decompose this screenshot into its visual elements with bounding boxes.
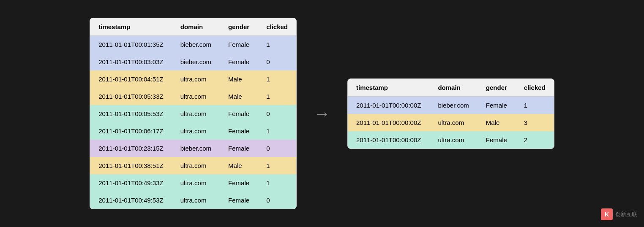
right-col-gender: gender xyxy=(478,79,516,97)
left-cell-clicked: 0 xyxy=(258,53,296,70)
left-cell-gender: Female xyxy=(220,140,258,157)
left-cell-clicked: 1 xyxy=(258,88,296,105)
left-cell-gender: Male xyxy=(220,70,258,88)
right-cell-domain: ultra.com xyxy=(429,131,477,149)
right-cell-clicked: 3 xyxy=(516,114,554,131)
right-table-header-row: timestamp domain gender clicked xyxy=(348,79,554,97)
right-table-wrapper: timestamp domain gender clicked 2011-01-… xyxy=(347,78,554,149)
left-col-timestamp: timestamp xyxy=(90,18,172,36)
left-cell-gender: Male xyxy=(220,88,258,105)
left-cell-timestamp: 2011-01-01T00:05:53Z xyxy=(90,105,172,122)
right-cell-gender: Female xyxy=(478,131,516,149)
left-cell-timestamp: 2011-01-01T00:49:53Z xyxy=(90,192,172,209)
right-cell-gender: Male xyxy=(478,114,516,131)
right-cell-timestamp: 2011-01-01T00:00:00Z xyxy=(348,114,429,131)
left-cell-domain: bieber.com xyxy=(172,53,220,70)
left-cell-domain: ultra.com xyxy=(172,70,220,88)
right-cell-timestamp: 2011-01-01T00:00:00Z xyxy=(348,96,429,114)
left-cell-timestamp: 2011-01-01T00:03:03Z xyxy=(90,53,172,70)
left-cell-domain: ultra.com xyxy=(172,157,220,174)
left-cell-clicked: 1 xyxy=(258,36,296,54)
right-cell-clicked: 2 xyxy=(516,131,554,149)
left-cell-gender: Male xyxy=(220,157,258,174)
right-col-clicked: clicked xyxy=(516,79,554,97)
watermark: K 创新互联 xyxy=(601,208,637,220)
left-table-row: 2011-01-01T00:38:51Zultra.comMale1 xyxy=(90,157,296,174)
left-cell-timestamp: 2011-01-01T00:06:17Z xyxy=(90,122,172,140)
left-table-row: 2011-01-01T00:03:03Zbieber.comFemale0 xyxy=(90,53,296,70)
left-cell-clicked: 1 xyxy=(258,174,296,192)
left-table-row: 2011-01-01T00:06:17Zultra.comFemale1 xyxy=(90,122,296,140)
right-col-domain: domain xyxy=(429,79,477,97)
left-cell-gender: Female xyxy=(220,53,258,70)
left-cell-clicked: 1 xyxy=(258,70,296,88)
left-cell-timestamp: 2011-01-01T00:38:51Z xyxy=(90,157,172,174)
left-cell-domain: ultra.com xyxy=(172,174,220,192)
left-cell-clicked: 0 xyxy=(258,192,296,209)
left-table-row: 2011-01-01T00:23:15Zbieber.comFemale0 xyxy=(90,140,296,157)
watermark-icon: K xyxy=(601,208,613,220)
right-table-row: 2011-01-01T00:00:00Zbieber.comFemale1 xyxy=(348,96,554,114)
main-container: timestamp domain gender clicked 2011-01-… xyxy=(90,18,554,209)
right-cell-domain: bieber.com xyxy=(429,96,477,114)
left-cell-clicked: 1 xyxy=(258,122,296,140)
right-table-row: 2011-01-01T00:00:00Zultra.comMale3 xyxy=(348,114,554,131)
left-table-row: 2011-01-01T00:04:51Zultra.comMale1 xyxy=(90,70,296,88)
left-table-wrapper: timestamp domain gender clicked 2011-01-… xyxy=(90,18,297,209)
left-cell-domain: ultra.com xyxy=(172,105,220,122)
left-cell-timestamp: 2011-01-01T00:04:51Z xyxy=(90,70,172,88)
right-cell-timestamp: 2011-01-01T00:00:00Z xyxy=(348,131,429,149)
right-table: timestamp domain gender clicked 2011-01-… xyxy=(348,79,554,149)
left-table-row: 2011-01-01T00:05:53Zultra.comFemale0 xyxy=(90,105,296,122)
left-cell-clicked: 0 xyxy=(258,105,296,122)
left-table: timestamp domain gender clicked 2011-01-… xyxy=(90,18,296,209)
left-cell-timestamp: 2011-01-01T00:49:33Z xyxy=(90,174,172,192)
left-cell-clicked: 0 xyxy=(258,140,296,157)
left-cell-timestamp: 2011-01-01T00:05:33Z xyxy=(90,88,172,105)
left-cell-gender: Female xyxy=(220,192,258,209)
watermark-text: 创新互联 xyxy=(615,211,637,218)
left-table-row: 2011-01-01T00:49:33Zultra.comFemale1 xyxy=(90,174,296,192)
left-cell-domain: ultra.com xyxy=(172,88,220,105)
right-cell-clicked: 1 xyxy=(516,96,554,114)
left-cell-domain: bieber.com xyxy=(172,140,220,157)
left-table-row: 2011-01-01T00:05:33Zultra.comMale1 xyxy=(90,88,296,105)
left-col-clicked: clicked xyxy=(258,18,296,36)
left-col-gender: gender xyxy=(220,18,258,36)
right-col-timestamp: timestamp xyxy=(348,79,429,97)
right-table-row: 2011-01-01T00:00:00Zultra.comFemale2 xyxy=(348,131,554,149)
right-cell-gender: Female xyxy=(478,96,516,114)
right-table-body: 2011-01-01T00:00:00Zbieber.comFemale1201… xyxy=(348,96,554,149)
left-cell-gender: Female xyxy=(220,105,258,122)
right-cell-domain: ultra.com xyxy=(429,114,477,131)
left-table-header-row: timestamp domain gender clicked xyxy=(90,18,296,36)
left-table-row: 2011-01-01T00:01:35Zbieber.comFemale1 xyxy=(90,36,296,54)
left-cell-clicked: 1 xyxy=(258,157,296,174)
left-table-body: 2011-01-01T00:01:35Zbieber.comFemale1201… xyxy=(90,36,296,209)
left-cell-timestamp: 2011-01-01T00:23:15Z xyxy=(90,140,172,157)
left-cell-gender: Female xyxy=(220,36,258,54)
arrow-indicator: → xyxy=(314,104,330,123)
left-cell-domain: ultra.com xyxy=(172,192,220,209)
left-cell-gender: Female xyxy=(220,122,258,140)
left-cell-timestamp: 2011-01-01T00:01:35Z xyxy=(90,36,172,54)
left-cell-gender: Female xyxy=(220,174,258,192)
left-cell-domain: ultra.com xyxy=(172,122,220,140)
left-cell-domain: bieber.com xyxy=(172,36,220,54)
left-col-domain: domain xyxy=(172,18,220,36)
left-table-row: 2011-01-01T00:49:53Zultra.comFemale0 xyxy=(90,192,296,209)
